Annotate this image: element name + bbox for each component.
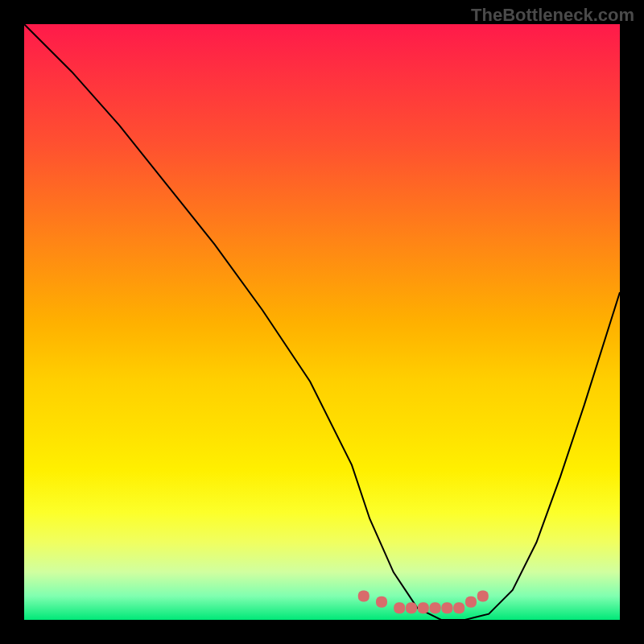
highlight-marker bbox=[477, 590, 489, 601]
bottleneck-curve-svg bbox=[24, 24, 620, 620]
highlight-marker bbox=[430, 602, 441, 613]
highlight-marker bbox=[453, 602, 464, 613]
highlight-marker bbox=[376, 597, 387, 608]
highlight-marker bbox=[418, 602, 429, 613]
highlight-marker bbox=[441, 602, 452, 613]
highlight-marker bbox=[465, 597, 477, 608]
highlight-marker bbox=[394, 602, 405, 613]
chart-plot-area bbox=[24, 24, 620, 620]
highlight-marker bbox=[358, 590, 369, 601]
optimal-range-markers bbox=[358, 590, 489, 613]
bottleneck-curve-path bbox=[24, 24, 620, 620]
watermark-text: TheBottleneck.com bbox=[471, 5, 634, 26]
highlight-marker bbox=[406, 602, 417, 613]
